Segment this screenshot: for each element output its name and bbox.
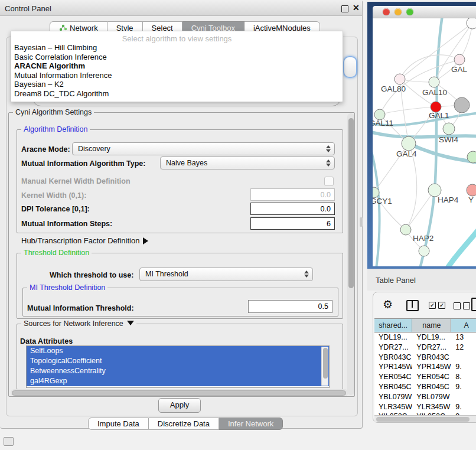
- attribute-item[interactable]: TopologicalCoefficient: [27, 356, 329, 366]
- network-node-y[interactable]: [467, 184, 476, 196]
- network-node-gal10[interactable]: [429, 77, 439, 87]
- table-panel-header[interactable]: Table Panel: [367, 269, 476, 291]
- column-header-A[interactable]: A: [451, 319, 476, 332]
- dropdown-item[interactable]: Bayesian – K2: [11, 80, 343, 89]
- panel-grip-icon[interactable]: [4, 437, 14, 446]
- table-row[interactable]: YDR27...YDR27...12: [374, 343, 476, 353]
- kernel-width-field[interactable]: 0.0: [250, 188, 335, 201]
- scrollbar-thumb[interactable]: [323, 348, 328, 379]
- network-node[interactable]: [467, 18, 476, 29]
- settings-vertical-scrollbar[interactable]: [347, 113, 354, 395]
- network-edge[interactable]: [447, 226, 476, 266]
- dropdown-item[interactable]: Basic Correlation Inference: [11, 53, 343, 62]
- deselect-checkbox-icon[interactable]: [454, 302, 461, 309]
- attributes-scrollbar[interactable]: [321, 347, 328, 386]
- table-cell: YDR27...: [374, 343, 412, 353]
- export-table-icon[interactable]: [471, 298, 476, 311]
- network-node[interactable]: [419, 246, 429, 256]
- deselect-checkbox-icon[interactable]: [463, 302, 470, 309]
- mi-type-combo[interactable]: Naive Bayes: [160, 156, 335, 169]
- dpi-tolerance-field[interactable]: 0.0: [250, 203, 335, 215]
- columns-icon[interactable]: [406, 300, 419, 311]
- splitter-handle[interactable]: [360, 217, 363, 227]
- threshold-definition-title: Threshold Definition: [21, 249, 92, 257]
- mi-steps-label: Mutual Information Steps:: [21, 220, 112, 228]
- sources-group-title[interactable]: Sources for Network Inference: [21, 319, 136, 328]
- select-all-checkbox-icon[interactable]: ✓: [429, 302, 436, 309]
- bottom-tab-infer-network[interactable]: Infer Network: [219, 418, 283, 430]
- expand-right-icon[interactable]: [143, 237, 148, 244]
- network-edge[interactable]: [373, 151, 380, 266]
- table-cell: YBR043C: [374, 353, 412, 363]
- network-node-gal[interactable]: [454, 54, 465, 65]
- table-cell: YER054C: [412, 372, 451, 382]
- algorithm-dropdown-list: Bayesian – Hill ClimbingBasic Correlatio…: [11, 43, 343, 99]
- node-label: GAL: [451, 65, 468, 74]
- table-horizontal-scrollbar[interactable]: [374, 415, 476, 422]
- table-cell: YBR045C: [412, 382, 451, 392]
- attribute-item[interactable]: BetweennessCentrality: [27, 366, 329, 376]
- table-toolbar: ⚙ ✓ ✓: [373, 292, 476, 317]
- attribute-item[interactable]: SelfLoops: [27, 346, 329, 356]
- network-node-swi4[interactable]: [443, 123, 455, 135]
- network-window-titlebar[interactable]: [373, 6, 476, 18]
- dropdown-item[interactable]: Dream8 DC_TDC Algorithm: [11, 89, 343, 99]
- scrollbar-thumb[interactable]: [348, 118, 354, 288]
- table-row[interactable]: YBR045CYBR045C9.: [374, 382, 476, 392]
- aracne-mode-combo[interactable]: Discovery: [72, 142, 335, 155]
- network-node-gal80[interactable]: [395, 74, 405, 84]
- table-row[interactable]: YLR345WYLR345W9.: [374, 402, 476, 412]
- network-edge[interactable]: [409, 144, 476, 163]
- control-panel-titlebar[interactable]: [0, 0, 362, 16]
- close-icon[interactable]: ✕: [353, 3, 360, 12]
- close-traffic-light[interactable]: [383, 8, 390, 15]
- table-row[interactable]: YER054CYER054C8.: [374, 372, 476, 382]
- network-edge[interactable]: [380, 107, 436, 115]
- select-all-checkbox-icon[interactable]: ✓: [438, 302, 445, 309]
- table-row[interactable]: YDL19...YDL19...13: [374, 332, 476, 343]
- dropdown-item[interactable]: Mutual Information Inference: [11, 71, 343, 80]
- network-canvas[interactable]: GALGAL80GAL10GAL1GAL11SWI4GAL4GCY1HAP4YH…: [373, 18, 476, 266]
- column-header-shared...[interactable]: shared...: [374, 319, 412, 332]
- data-attributes-label: Data Attributes: [20, 337, 73, 345]
- network-edge[interactable]: [373, 132, 476, 137]
- scrollbar-thumb[interactable]: [376, 417, 470, 422]
- apply-button[interactable]: Apply: [158, 398, 201, 413]
- minimize-traffic-light[interactable]: [395, 8, 402, 15]
- dpi-tolerance-label: DPI Tolerance [0,1]:: [21, 205, 90, 213]
- data-attributes-list[interactable]: SelfLoopsTopologicalCoefficientBetweenne…: [26, 345, 330, 388]
- column-header-name[interactable]: name: [412, 319, 451, 332]
- network-node-gal4[interactable]: [402, 136, 416, 151]
- network-edge[interactable]: [400, 55, 459, 79]
- dropdown-item[interactable]: ARACNE Algorithm: [11, 61, 343, 71]
- table-cell: YPR145W: [412, 362, 451, 372]
- dropdown-item[interactable]: Bayesian – Hill Climbing: [11, 43, 343, 53]
- table-row[interactable]: YBR043CYBR043C: [374, 353, 476, 363]
- scrollbar-thumb[interactable]: [12, 390, 346, 396]
- float-window-icon[interactable]: [341, 5, 348, 12]
- table-cell: YLR345W: [412, 402, 451, 412]
- gear-icon[interactable]: ⚙: [383, 298, 393, 311]
- hub-section-toggle[interactable]: Hub/Transcription Factor Definition: [21, 236, 148, 245]
- mi-steps-field[interactable]: 6: [250, 217, 335, 230]
- node-table[interactable]: shared...nameA YDL19...YDL19...13YDR27..…: [374, 318, 476, 417]
- table-row[interactable]: YPR145WYPR145W9.: [374, 362, 476, 372]
- network-node-hap2[interactable]: [400, 224, 411, 235]
- node-label: HAP2: [413, 234, 433, 243]
- collapse-down-icon[interactable]: [127, 321, 134, 325]
- zoom-traffic-light[interactable]: [406, 8, 413, 15]
- network-window[interactable]: GALGAL80GAL10GAL1GAL11SWI4GAL4GCY1HAP4YH…: [373, 6, 476, 266]
- mi-threshold-field[interactable]: 0.5: [248, 300, 332, 313]
- settings-horizontal-scrollbar[interactable]: [11, 389, 348, 396]
- attribute-item[interactable]: gal4RGexp: [27, 376, 329, 386]
- manual-kernel-checkbox[interactable]: [324, 177, 334, 186]
- table-row[interactable]: YBL079WYBL079W: [374, 392, 476, 402]
- bottom-tab-impute-data[interactable]: Impute Data: [88, 418, 149, 430]
- table-cell: [451, 353, 476, 363]
- mi-type-value: Naive Bayes: [166, 159, 207, 167]
- which-threshold-combo[interactable]: MI Threshold: [139, 268, 313, 281]
- network-node-hap4[interactable]: [428, 184, 441, 197]
- bottom-tab-discretize-data[interactable]: Discretize Data: [149, 418, 219, 430]
- network-node[interactable]: [454, 97, 470, 113]
- network-node[interactable]: [467, 151, 476, 163]
